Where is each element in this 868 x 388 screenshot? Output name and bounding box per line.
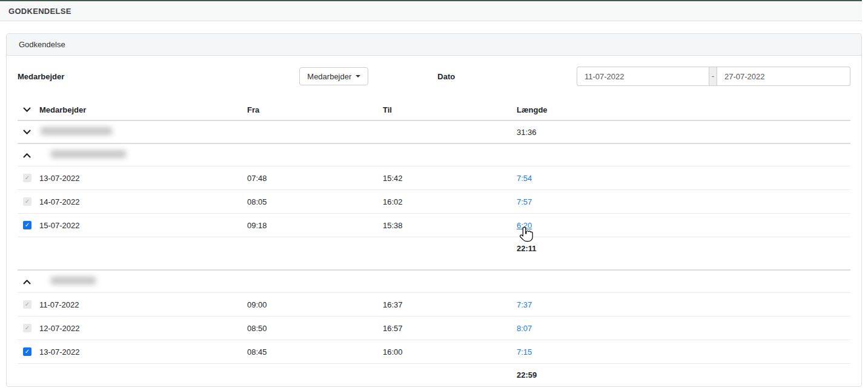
chevron-up-icon[interactable] [23, 153, 31, 158]
row-checkbox-checked[interactable]: ✓ [23, 221, 31, 229]
group-total-length: 22:11 [517, 244, 850, 253]
row-to-time: 16:02 [383, 197, 517, 206]
row-length-link[interactable]: 7:15 [517, 347, 532, 357]
col-header-til: Til [383, 105, 517, 114]
check-icon: ✓ [25, 301, 30, 307]
godkendelse-panel: Godkendelse Medarbejder Medarbejder Dato… [6, 33, 862, 387]
chevron-down-icon[interactable] [23, 130, 31, 135]
panel-header: Godkendelse [7, 34, 861, 56]
row-checkbox-checked-disabled: ✓ [23, 300, 31, 309]
approval-table: Medarbejder Fra Til Længde 31:36 [18, 99, 850, 386]
panel-title: Godkendelse [19, 40, 65, 49]
row-from-time: 09:18 [247, 221, 383, 230]
table-row: ✓ 15-07-2022 09:18 15:38 6:20 [18, 213, 850, 237]
row-date: 13-07-2022 [39, 174, 247, 183]
col-header-laengde: Længde [517, 105, 850, 114]
col-header-fra: Fra [247, 105, 383, 114]
app-header: GODKENDELSE [0, 0, 862, 21]
chevron-up-icon[interactable] [23, 279, 31, 284]
row-to-time: 15:38 [383, 221, 517, 230]
page-title: GODKENDELSE [8, 7, 71, 16]
table-row: ✓ 14-07-2022 08:05 16:02 7:57 [18, 189, 850, 213]
check-icon: ✓ [25, 222, 30, 228]
check-icon: ✓ [25, 199, 30, 205]
redacted-employee-name [51, 150, 126, 158]
redacted-employee-name [51, 277, 96, 284]
row-checkbox-checked[interactable]: ✓ [23, 347, 31, 356]
table-row: ✓ 12-07-2022 08:50 16:57 8:07 [18, 316, 850, 340]
date-range-group: - [577, 67, 850, 86]
row-from-time: 09:00 [247, 300, 383, 309]
employee-group-row[interactable]: 31:36 [18, 120, 850, 143]
row-date: 13-07-2022 [39, 347, 247, 357]
row-date: 11-07-2022 [39, 300, 247, 309]
table-row: ✓ 13-07-2022 07:48 15:42 7:54 [18, 166, 850, 189]
group-total-row: 22:59 [18, 363, 850, 386]
row-date: 15-07-2022 [39, 221, 247, 230]
panel-body: Medarbejder Medarbejder Dato - [7, 56, 861, 386]
date-filter-label: Dato [437, 72, 455, 81]
employee-dropdown-label: Medarbejder [307, 72, 351, 81]
check-icon: ✓ [25, 349, 30, 355]
row-length-link[interactable]: 6:20 [517, 221, 532, 230]
row-length-link[interactable]: 7:54 [517, 174, 532, 183]
row-to-time: 15:42 [383, 174, 517, 183]
row-date: 12-07-2022 [39, 324, 247, 333]
employee-group-row[interactable] [18, 269, 850, 292]
date-to-input[interactable] [717, 67, 850, 86]
row-to-time: 16:37 [383, 300, 517, 309]
employee-dropdown-button[interactable]: Medarbejder [299, 67, 368, 85]
employee-group-row[interactable] [18, 143, 850, 166]
col-header-medarbejder: Medarbejder [39, 105, 247, 114]
row-length-link[interactable]: 8:07 [517, 324, 532, 333]
row-date: 14-07-2022 [39, 197, 247, 206]
chevron-down-icon[interactable] [23, 107, 31, 113]
table-header-row: Medarbejder Fra Til Længde [18, 99, 850, 120]
row-length-link[interactable]: 7:57 [517, 197, 532, 206]
row-from-time: 08:05 [247, 197, 383, 206]
row-from-time: 08:50 [247, 324, 383, 333]
row-from-time: 07:48 [247, 174, 383, 183]
page: GODKENDELSE Godkendelse Medarbejder Meda… [0, 0, 868, 388]
row-checkbox-checked-disabled: ✓ [23, 174, 31, 182]
filter-row: Medarbejder Medarbejder Dato - [18, 67, 850, 86]
row-to-time: 16:57 [383, 324, 517, 333]
caret-down-icon [356, 75, 360, 77]
table-row: ✓ 11-07-2022 09:00 16:37 7:37 [18, 292, 850, 316]
row-from-time: 08:45 [247, 347, 383, 357]
check-icon: ✓ [25, 175, 30, 181]
group-total-length: 31:36 [517, 128, 850, 137]
group-total-row: 22:11 [18, 237, 850, 260]
row-checkbox-checked-disabled: ✓ [23, 324, 31, 332]
group-total-length: 22:59 [517, 370, 850, 380]
redacted-employee-name [41, 127, 112, 135]
row-length-link[interactable]: 7:37 [517, 300, 532, 309]
row-checkbox-checked-disabled: ✓ [23, 197, 31, 206]
date-range-separator: - [709, 67, 717, 86]
date-from-input[interactable] [577, 67, 709, 86]
row-to-time: 16:00 [383, 347, 517, 357]
check-icon: ✓ [25, 325, 30, 331]
table-row: ✓ 13-07-2022 08:45 16:00 7:15 [18, 340, 850, 363]
section-gap [18, 260, 850, 269]
employee-filter-label: Medarbejder [18, 72, 64, 81]
